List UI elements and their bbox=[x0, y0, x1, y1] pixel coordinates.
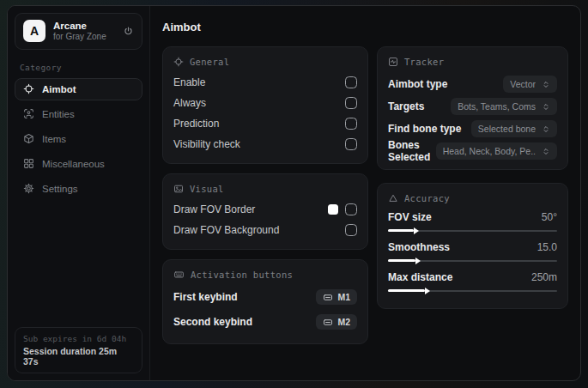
slider-row-smoothness: Smoothness 15.0 bbox=[388, 239, 557, 264]
sidebar-item-entities[interactable]: Entities bbox=[15, 103, 142, 125]
sidebar-item-label: Aimbot bbox=[42, 84, 76, 94]
slider-label: FOV size bbox=[388, 211, 432, 223]
select-row-find-bone-type: Find bone type Selected bone bbox=[388, 120, 557, 137]
dropdown-value: Vector bbox=[510, 79, 536, 89]
toggle-row-enable: Enable bbox=[173, 72, 357, 92]
slider-row-fov-size: FOV size 50° bbox=[388, 209, 557, 234]
main-panel: Aimbot General Enable bbox=[150, 6, 580, 380]
brand-logo: A bbox=[23, 20, 45, 42]
card-title: Activation buttons bbox=[191, 270, 293, 280]
accuracy-card-header: Accuracy bbox=[388, 193, 557, 203]
keybind-row-second: Second keybind M2 bbox=[173, 310, 357, 334]
aimbot-type-dropdown[interactable]: Vector bbox=[503, 76, 557, 93]
session-card: Sub expires in 6d 04h Session duration 2… bbox=[15, 327, 142, 373]
brand-card: A Arcane for Gray Zone bbox=[15, 13, 142, 50]
second-keybind-button[interactable]: M2 bbox=[316, 314, 357, 330]
dropdown-value: Selected bone bbox=[478, 124, 536, 134]
toggle-label: Draw FOV Border bbox=[173, 203, 255, 215]
tracker-card: Tracker Aimbot type Vector bbox=[377, 46, 568, 170]
toggle-label: Always bbox=[173, 97, 206, 109]
first-keybind-button[interactable]: M1 bbox=[316, 289, 357, 305]
chevron-up-down-icon bbox=[542, 80, 550, 89]
activity-icon bbox=[388, 57, 398, 67]
toggle-label: Visibility check bbox=[173, 138, 240, 150]
keybind-value: M1 bbox=[337, 292, 350, 302]
slider-value: 15.0 bbox=[537, 241, 557, 253]
color-swatch[interactable] bbox=[328, 204, 338, 215]
find-bone-type-dropdown[interactable]: Selected bone bbox=[471, 120, 557, 137]
brand-subtitle: for Gray Zone bbox=[53, 32, 106, 43]
slider-label: Smoothness bbox=[388, 241, 450, 253]
chevron-up-down-icon bbox=[542, 124, 550, 134]
fov-border-checkbox[interactable] bbox=[345, 203, 357, 215]
select-label: Bones Selected bbox=[388, 139, 436, 163]
gear-icon bbox=[23, 183, 34, 194]
card-title: Visual bbox=[190, 184, 224, 194]
chevron-up-down-icon bbox=[542, 147, 550, 156]
visibility-check-checkbox[interactable] bbox=[345, 138, 357, 150]
slider-thumb[interactable] bbox=[388, 259, 415, 262]
crosshair-icon bbox=[173, 57, 184, 67]
slider-label: Max distance bbox=[388, 271, 452, 283]
person-scan-icon bbox=[23, 108, 34, 119]
image-icon bbox=[173, 184, 184, 194]
keyboard-icon bbox=[173, 270, 185, 280]
power-icon[interactable] bbox=[123, 26, 134, 37]
always-checkbox[interactable] bbox=[345, 97, 357, 109]
prediction-checkbox[interactable] bbox=[345, 118, 357, 130]
select-label: Find bone type bbox=[388, 123, 461, 135]
box-icon bbox=[23, 133, 34, 144]
enable-checkbox[interactable] bbox=[345, 76, 357, 88]
crosshair-icon bbox=[23, 83, 34, 94]
keybind-value: M2 bbox=[337, 317, 350, 327]
keybind-label: First keybind bbox=[173, 291, 238, 303]
slider-value: 50° bbox=[542, 211, 557, 223]
smoothness-slider[interactable] bbox=[388, 257, 557, 264]
toggle-row-fov-border: Draw FOV Border bbox=[173, 199, 357, 219]
category-label: Category bbox=[20, 63, 137, 72]
select-label: Aimbot type bbox=[388, 78, 447, 90]
brand-name: Arcane bbox=[53, 20, 106, 32]
targets-dropdown[interactable]: Bots, Teams, Coms bbox=[451, 98, 557, 115]
select-label: Targets bbox=[388, 100, 424, 112]
select-row-targets: Targets Bots, Teams, Coms bbox=[388, 98, 557, 115]
bones-selected-dropdown[interactable]: Head, Neck, Body, Pe.. bbox=[436, 142, 557, 160]
fov-background-checkbox[interactable] bbox=[345, 224, 357, 236]
page-title: Aimbot bbox=[162, 21, 568, 33]
general-card: General Enable Always Prediction bbox=[162, 46, 368, 164]
toggle-row-prediction: Prediction bbox=[173, 113, 357, 133]
sidebar-item-miscellaneous[interactable]: Miscellaneous bbox=[15, 153, 142, 175]
subscription-expiry: Sub expires in 6d 04h bbox=[23, 334, 134, 343]
sidebar-item-label: Miscellaneous bbox=[42, 159, 105, 169]
toggle-label: Prediction bbox=[173, 118, 219, 130]
accuracy-card: Accuracy FOV size 50° bbox=[377, 183, 568, 309]
slider-value: 250m bbox=[531, 271, 557, 283]
sidebar-item-label: Settings bbox=[42, 184, 78, 194]
triangle-icon bbox=[388, 193, 398, 203]
sidebar-nav: Aimbot Entities bbox=[15, 78, 142, 200]
sidebar-item-aimbot[interactable]: Aimbot bbox=[15, 78, 142, 100]
toggle-label: Enable bbox=[173, 76, 205, 88]
fov-size-slider[interactable] bbox=[388, 227, 557, 234]
grid-icon bbox=[23, 158, 34, 169]
visual-card: Visual Draw FOV Border Draw FOV Backgrou… bbox=[162, 173, 368, 250]
slider-thumb[interactable] bbox=[388, 229, 414, 232]
general-card-header: General bbox=[173, 57, 357, 67]
slider-thumb[interactable] bbox=[388, 289, 425, 292]
dropdown-value: Head, Neck, Body, Pe.. bbox=[443, 146, 536, 156]
select-row-aimbot-type: Aimbot type Vector bbox=[388, 76, 557, 93]
max-distance-slider[interactable] bbox=[388, 287, 557, 294]
tracker-card-header: Tracker bbox=[388, 57, 557, 67]
sidebar-item-items[interactable]: Items bbox=[15, 128, 142, 150]
sidebar-item-label: Items bbox=[42, 134, 66, 144]
visual-card-header: Visual bbox=[173, 184, 357, 194]
app-window: A Arcane for Gray Zone Category bbox=[7, 5, 581, 381]
chevron-up-down-icon bbox=[542, 102, 550, 112]
sidebar-item-settings[interactable]: Settings bbox=[15, 178, 142, 200]
card-title: Accuracy bbox=[404, 193, 450, 203]
sidebar-item-label: Entities bbox=[42, 109, 75, 119]
select-row-bones-selected: Bones Selected Head, Neck, Body, Pe.. bbox=[388, 142, 557, 160]
toggle-row-fov-background: Draw FOV Background bbox=[173, 220, 357, 239]
keyboard-icon bbox=[323, 318, 333, 327]
card-title: General bbox=[190, 57, 229, 67]
